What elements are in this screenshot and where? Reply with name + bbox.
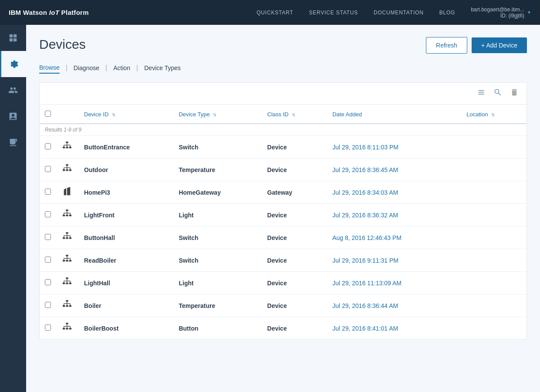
header-device-id[interactable]: Device ID ⇅: [79, 105, 173, 124]
refresh-button[interactable]: Refresh: [426, 37, 467, 54]
svg-rect-67: [66, 323, 68, 324]
sort-device-id-icon: ⇅: [112, 112, 115, 117]
row-location: [461, 136, 526, 159]
sidebar-item-dashboard[interactable]: [0, 25, 26, 51]
row-icon-cell: [57, 181, 79, 204]
add-device-button[interactable]: + Add Device: [472, 37, 527, 53]
row-location: [461, 159, 526, 181]
user-info[interactable]: bart.bogaert@be.ibm... ID: (i9gjt6): [471, 7, 524, 19]
results-count: Results 1-9 of 9: [40, 124, 526, 136]
row-checkbox[interactable]: [45, 279, 51, 285]
top-navigation: IBM Watson IoT Platform QUICKSTART SERVI…: [0, 0, 540, 25]
user-chevron-icon[interactable]: ▼: [527, 10, 531, 15]
tab-action[interactable]: Action: [113, 63, 130, 73]
header-device-type[interactable]: Device Type ⇅: [173, 105, 262, 124]
device-type-icon: [62, 209, 72, 221]
row-device-type: Button: [173, 317, 262, 340]
table-row: ReadBoiler Switch Device Jul 29, 2016 9:…: [40, 249, 526, 272]
row-device-type: Switch: [173, 136, 262, 159]
nav-quickstart[interactable]: QUICKSTART: [256, 10, 293, 16]
logs-icon: [8, 138, 18, 147]
table-row: LightHall Light Device Jul 29, 2016 11:1…: [40, 272, 526, 294]
device-type-icon: [62, 277, 72, 289]
row-checkbox[interactable]: [45, 143, 51, 149]
row-class-id: Device: [262, 204, 327, 226]
row-date-added: Jul 29, 2016 8:36:45 AM: [327, 159, 461, 181]
device-type-icon: [62, 141, 72, 153]
row-checkbox[interactable]: [45, 302, 51, 308]
header-location[interactable]: Location ⇅: [461, 105, 526, 124]
row-device-id[interactable]: LightHall: [79, 272, 173, 294]
row-checkbox-cell: [40, 249, 57, 272]
row-device-id[interactable]: ReadBoiler: [79, 249, 173, 272]
row-class-id: Device: [262, 294, 327, 317]
gear-icon: [9, 59, 19, 69]
row-device-id[interactable]: LightFront: [79, 204, 173, 226]
device-type-icon: [62, 322, 72, 334]
row-device-id[interactable]: ButtonHall: [79, 226, 173, 249]
table-toolbar: [40, 83, 526, 105]
row-device-type: HomeGateway: [173, 181, 262, 204]
row-device-id[interactable]: Outdoor: [79, 159, 173, 181]
tab-diagnose[interactable]: Diagnose: [74, 63, 99, 73]
table-row: BoilerBoost Button Device Jul 29, 2016 8…: [40, 317, 526, 340]
sidebar-item-rules[interactable]: [0, 103, 26, 129]
column-chooser-icon[interactable]: [475, 86, 487, 101]
header-actions: Refresh + Add Device: [426, 37, 527, 54]
svg-rect-68: [63, 328, 65, 330]
page-header: Devices Refresh + Add Device: [39, 37, 527, 54]
row-icon-cell: [57, 159, 79, 181]
row-device-id[interactable]: BoilerBoost: [79, 317, 173, 340]
sidebar-item-devices[interactable]: [0, 51, 26, 77]
row-device-id[interactable]: HomePi3: [79, 181, 173, 204]
nav-documentation[interactable]: DOCUMENTATION: [374, 10, 424, 16]
sidebar-item-logs[interactable]: [0, 129, 26, 155]
tab-browse[interactable]: Browse: [39, 62, 60, 74]
svg-rect-49: [66, 277, 68, 279]
select-all-checkbox[interactable]: [45, 111, 51, 117]
row-checkbox[interactable]: [45, 211, 51, 217]
header-class-id[interactable]: Class ID ⇅: [262, 105, 327, 124]
row-device-type: Temperature: [173, 159, 262, 181]
row-device-id[interactable]: ButtonEntrance: [79, 136, 173, 159]
svg-rect-33: [66, 237, 68, 239]
row-icon-cell: [57, 272, 79, 294]
row-date-added: Jul 29, 2016 8:41:01 AM: [327, 317, 461, 340]
svg-rect-42: [66, 260, 68, 262]
row-checkbox[interactable]: [45, 234, 51, 240]
row-checkbox-cell: [40, 226, 57, 249]
svg-rect-51: [66, 283, 68, 284]
device-table-container: Device ID ⇅ Device Type ⇅ Class ID ⇅ D: [39, 82, 527, 340]
svg-rect-23: [63, 215, 65, 216]
row-class-id: Device: [262, 249, 327, 272]
row-class-id: Gateway: [262, 181, 327, 204]
nav-service-status[interactable]: SERVICE STATUS: [309, 10, 358, 16]
header-date-added[interactable]: Date Added: [327, 105, 461, 124]
tab-divider-1: |: [66, 64, 68, 72]
tabs: Browse | Diagnose | Action | Device Type…: [39, 62, 527, 74]
row-class-id: Device: [262, 136, 327, 159]
search-icon[interactable]: [492, 86, 504, 101]
table-row: Outdoor Temperature Device Jul 29, 2016 …: [40, 159, 526, 181]
device-type-icon: [62, 186, 72, 198]
svg-rect-4: [66, 142, 68, 143]
svg-rect-69: [66, 328, 68, 330]
row-device-type: Light: [173, 272, 262, 294]
svg-rect-52: [69, 283, 72, 284]
row-device-id[interactable]: Boiler: [79, 294, 173, 317]
row-checkbox-cell: [40, 294, 57, 317]
sidebar-item-members[interactable]: [0, 77, 26, 103]
row-checkbox[interactable]: [45, 189, 51, 195]
nav-blog[interactable]: BLOG: [439, 10, 456, 16]
row-checkbox[interactable]: [45, 324, 51, 331]
delete-icon[interactable]: [508, 86, 520, 101]
svg-rect-59: [63, 305, 65, 307]
sidebar: [0, 25, 26, 392]
row-checkbox[interactable]: [45, 257, 51, 263]
row-checkbox[interactable]: [45, 166, 51, 172]
row-checkbox-cell: [40, 159, 57, 181]
device-type-icon: [62, 164, 72, 176]
svg-rect-34: [69, 237, 72, 239]
tab-device-types[interactable]: Device Types: [144, 63, 181, 73]
svg-rect-14: [63, 169, 65, 171]
